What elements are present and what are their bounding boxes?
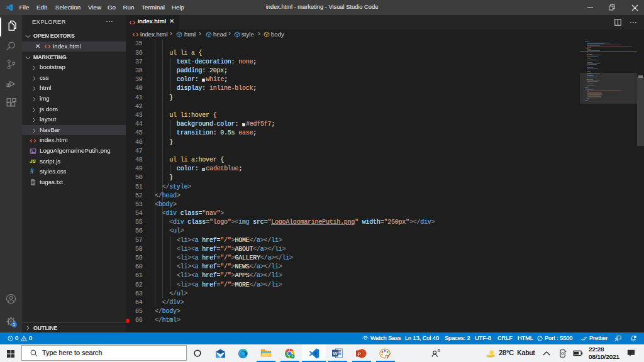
svg-text:R: R: [438, 349, 440, 353]
svg-text:W: W: [333, 351, 338, 356]
svg-text:P: P: [357, 351, 361, 356]
svg-text:$: $: [291, 354, 293, 358]
